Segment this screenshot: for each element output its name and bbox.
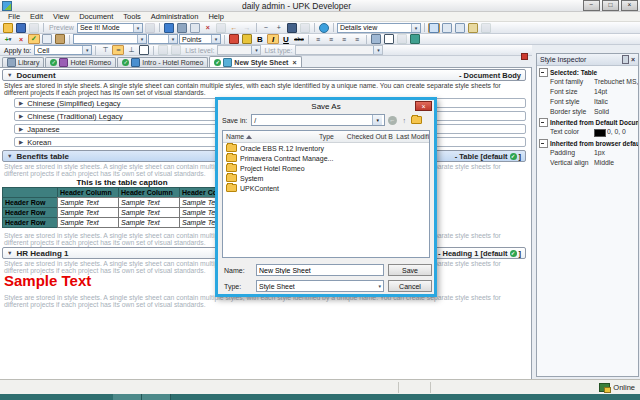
strikethrough-button[interactable]: abc <box>293 34 305 44</box>
open-icon[interactable] <box>2 23 14 33</box>
check-in-icon[interactable]: ✓ <box>28 34 40 44</box>
text-color-icon[interactable] <box>228 34 240 44</box>
font-family-select[interactable]: ▾ <box>73 34 147 44</box>
italic-button[interactable]: I <box>267 34 279 44</box>
folder-item[interactable]: System <box>223 173 429 183</box>
collapse-section-icon[interactable]: ▼ <box>7 72 12 78</box>
view-horizontal-split-icon[interactable] <box>441 23 453 33</box>
highlight-color-icon[interactable] <box>241 34 253 44</box>
view-mode-select[interactable]: Details view ▾ <box>337 23 421 33</box>
align-right-icon[interactable]: ≡ <box>338 34 350 44</box>
close-panel-icon[interactable]: × <box>631 56 635 63</box>
expand-section-icon[interactable]: ▶ <box>19 139 23 145</box>
list-type-select: ▾ <box>295 45 383 55</box>
valign-top-icon[interactable]: ⊤ <box>99 45 111 55</box>
column-last-modified-date[interactable]: Last Modified Date <box>393 131 429 142</box>
column-type[interactable]: Type <box>316 131 344 142</box>
align-justify-icon[interactable]: ≡ <box>351 34 363 44</box>
up-one-level-icon[interactable]: ↑ <box>399 115 409 125</box>
collapse-group-icon[interactable] <box>539 68 548 77</box>
file-type-select[interactable]: Style Sheet ▾ <box>256 280 384 292</box>
expand-section-icon[interactable]: ▶ <box>19 126 23 132</box>
bold-button[interactable]: B <box>254 34 266 44</box>
units-select[interactable]: Points ▾ <box>179 34 221 44</box>
collapse-section-icon[interactable]: ▼ <box>7 250 12 256</box>
save-in-select[interactable]: / ▾ <box>251 114 385 126</box>
column-checked-out-by[interactable]: Checked Out By <box>344 131 394 142</box>
apply-to-select[interactable]: Cell ▾ <box>34 45 92 55</box>
menu-edit[interactable]: Edit <box>25 12 48 21</box>
property-name: Border style <box>550 108 586 115</box>
valign-middle-icon[interactable]: ＝ <box>112 45 124 55</box>
collapse-section-icon[interactable]: ▼ <box>7 153 12 159</box>
view-vertical-split-icon[interactable] <box>454 23 466 33</box>
collapse-group-icon[interactable] <box>539 139 548 148</box>
float-window-icon[interactable] <box>467 23 479 33</box>
folder-item[interactable]: Oracle EBS R.12 Inventory <box>223 143 429 153</box>
delete-style-icon[interactable]: × <box>15 34 27 44</box>
font-size-select[interactable]: ▾ <box>148 34 178 44</box>
format-painter-icon[interactable] <box>54 34 66 44</box>
pin-icon[interactable] <box>622 55 629 64</box>
merge-cells-icon[interactable] <box>138 45 150 55</box>
folder-item[interactable]: Project Hotel Romeo <box>223 163 429 173</box>
taskbar-item[interactable] <box>113 394 142 400</box>
dialog-close-button[interactable]: × <box>415 101 432 111</box>
view-columns-icon[interactable] <box>428 23 440 33</box>
expand-all-icon[interactable]: + <box>273 23 285 33</box>
inspector-group-inherited-body[interactable]: Inherited from Default Document Body <box>539 118 638 127</box>
cancel-button[interactable]: Cancel <box>388 280 432 292</box>
inspector-group-inherited-browser[interactable]: Inherited from browser defaults <box>539 139 638 148</box>
table-borders-icon[interactable] <box>383 34 395 44</box>
back-icon[interactable]: ← <box>387 115 397 125</box>
folder-icon <box>226 174 237 182</box>
folder-item[interactable]: UPKContent <box>223 183 429 193</box>
collapse-group-icon[interactable] <box>539 118 548 127</box>
minimize-button[interactable]: − <box>583 0 600 11</box>
save-icon[interactable] <box>15 23 27 33</box>
cut-icon[interactable] <box>176 23 188 33</box>
delete-icon[interactable]: × <box>202 23 214 33</box>
underline-button[interactable]: U <box>280 34 292 44</box>
menu-document[interactable]: Document <box>74 12 118 21</box>
menu-tools[interactable]: Tools <box>118 12 146 21</box>
undo-icon[interactable]: ← <box>228 23 240 33</box>
find-icon[interactable] <box>286 23 298 33</box>
menu-administration[interactable]: Administration <box>146 12 204 21</box>
collapse-all-icon[interactable]: − <box>260 23 272 33</box>
tab-library[interactable]: Library <box>2 57 44 67</box>
file-name-input[interactable] <box>256 264 384 276</box>
play-mode-select[interactable]: See It! Mode ▾ <box>77 23 143 33</box>
column-name[interactable]: Name <box>223 131 316 142</box>
menu-view[interactable]: View <box>48 12 74 21</box>
new-folder-icon[interactable] <box>411 115 421 125</box>
close-button[interactable]: × <box>621 0 638 11</box>
clipboard-icon[interactable] <box>41 34 53 44</box>
add-style-icon[interactable]: +▾ <box>2 34 14 44</box>
menu-file[interactable]: File <box>3 12 25 21</box>
panel-alert-icon[interactable] <box>521 53 528 60</box>
list-style-icon[interactable] <box>409 34 421 44</box>
align-center-icon[interactable]: ≡ <box>325 34 337 44</box>
align-left-icon[interactable]: ≡ <box>312 34 324 44</box>
insert-link-icon[interactable] <box>370 34 382 44</box>
tab-new-style-sheet[interactable]: ✓ New Style Sheet × <box>209 56 301 67</box>
tab-intro-hotel-romeo[interactable]: ✓ Intro - Hotel Romeo <box>117 57 208 67</box>
menu-help[interactable]: Help <box>203 12 228 21</box>
preview-label: Preview <box>47 24 76 31</box>
property-name: Font size <box>550 88 578 95</box>
inspector-group-selected[interactable]: Selected: Table <box>539 68 638 77</box>
expand-section-icon[interactable]: ▶ <box>19 113 23 119</box>
section-document[interactable]: ▼ Document - Document Body <box>2 69 526 81</box>
restore-button[interactable]: □ <box>602 0 619 11</box>
save-button[interactable]: Save <box>388 264 432 276</box>
web-icon[interactable] <box>318 23 330 33</box>
taskbar-item[interactable] <box>142 394 171 400</box>
tab-hotel-romeo[interactable]: ✓ Hotel Romeo <box>45 57 116 67</box>
tab-close-icon[interactable]: × <box>292 59 296 66</box>
valign-bottom-icon[interactable]: ⊥ <box>125 45 137 55</box>
copy-icon[interactable] <box>189 23 201 33</box>
folder-item[interactable]: Primavera Contract Manage... <box>223 153 429 163</box>
sound-icon[interactable] <box>163 23 175 33</box>
expand-section-icon[interactable]: ▶ <box>19 100 23 106</box>
